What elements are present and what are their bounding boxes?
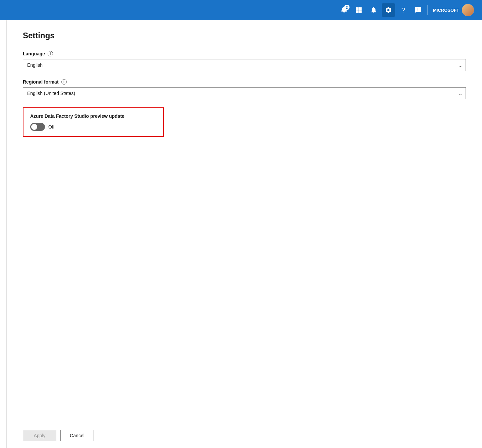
topbar: 2 ? MICROSOFT — [0, 0, 482, 20]
regional-format-group: Regional format i English (United States… — [23, 79, 466, 99]
feedback-icon[interactable] — [411, 3, 425, 17]
cancel-button[interactable]: Cancel — [60, 430, 94, 441]
topbar-divider — [427, 5, 428, 15]
help-icon[interactable]: ? — [396, 3, 410, 17]
language-group: Language i English ⌄ — [23, 51, 466, 71]
notifications-icon[interactable]: 2 — [337, 3, 351, 17]
preview-update-section: Azure Data Factory Studio preview update… — [23, 107, 164, 137]
pipeline-icon[interactable] — [352, 3, 366, 17]
notification-badge: 2 — [344, 5, 350, 10]
settings-footer: Apply Cancel — [7, 423, 482, 448]
regional-format-select[interactable]: English (United States) — [23, 87, 466, 99]
language-select[interactable]: English — [23, 59, 466, 71]
language-select-wrapper: English ⌄ — [23, 59, 466, 71]
regional-format-select-wrapper: English (United States) ⌄ — [23, 87, 466, 99]
bell-icon[interactable] — [367, 3, 380, 17]
main-container: Settings Language i English ⌄ Regional f… — [0, 20, 482, 448]
toggle-row: Off — [30, 123, 156, 131]
settings-content: Settings Language i English ⌄ Regional f… — [7, 20, 482, 423]
gear-icon[interactable] — [382, 3, 395, 17]
settings-panel: Settings Language i English ⌄ Regional f… — [7, 20, 482, 448]
regional-format-label: Regional format i — [23, 79, 466, 85]
regional-format-info-icon[interactable]: i — [61, 79, 67, 85]
settings-title: Settings — [23, 31, 466, 40]
toggle-knob — [31, 124, 37, 130]
user-menu[interactable]: MICROSOFT — [430, 4, 477, 16]
language-label: Language i — [23, 51, 466, 56]
preview-toggle[interactable] — [30, 123, 45, 131]
apply-button[interactable]: Apply — [23, 430, 56, 441]
sidebar-sliver — [0, 20, 7, 448]
toggle-state-label: Off — [48, 124, 54, 130]
preview-section-title: Azure Data Factory Studio preview update — [30, 113, 156, 119]
language-info-icon[interactable]: i — [48, 51, 53, 56]
user-label: MICROSOFT — [433, 8, 459, 13]
avatar — [462, 4, 474, 16]
